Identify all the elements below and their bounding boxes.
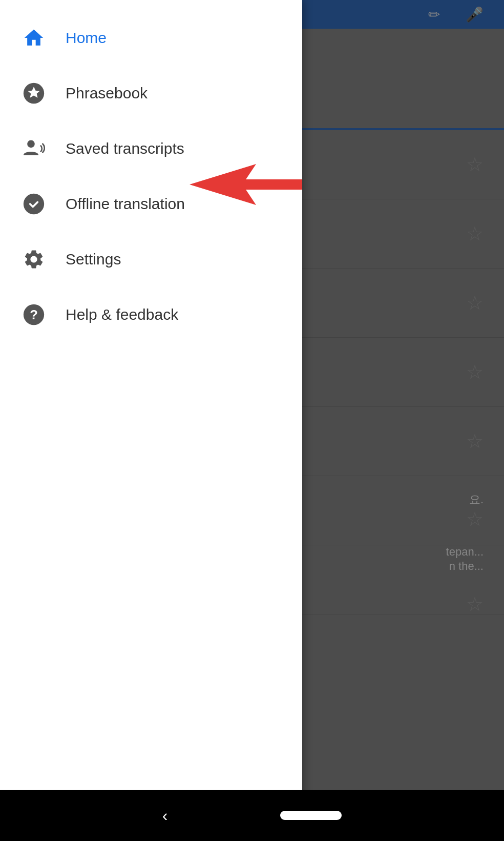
sidebar-item-saved-transcripts-label: Saved transcripts	[66, 140, 184, 157]
svg-point-3	[24, 194, 44, 214]
person-wave-icon	[20, 135, 47, 162]
sidebar-item-phrasebook[interactable]: Phrasebook	[0, 66, 302, 121]
red-arrow-annotation	[190, 164, 302, 205]
svg-marker-6	[190, 164, 302, 205]
sidebar-item-settings[interactable]: Settings	[0, 232, 302, 287]
sidebar-item-phrasebook-label: Phrasebook	[66, 85, 148, 102]
star-filled-icon	[20, 80, 47, 107]
sidebar-item-home-label: Home	[66, 29, 107, 47]
sidebar-item-help-feedback-label: Help & feedback	[66, 306, 178, 323]
svg-point-2	[27, 140, 35, 148]
sidebar-item-help-feedback[interactable]: ? Help & feedback	[0, 287, 302, 342]
question-circle-icon: ?	[20, 301, 47, 328]
check-circle-icon	[20, 191, 47, 217]
gear-icon	[20, 246, 47, 273]
back-button[interactable]: ‹	[162, 806, 168, 825]
sidebar-item-offline-translation-label: Offline translation	[66, 195, 185, 213]
sidebar-item-settings-label: Settings	[66, 251, 121, 268]
svg-text:?: ?	[30, 307, 38, 322]
sidebar-item-home[interactable]: Home	[0, 10, 302, 66]
home-pill-button[interactable]	[280, 811, 342, 820]
bottom-navigation-bar: ‹	[0, 790, 504, 841]
navigation-drawer: Home Phrasebook Saved transcripts	[0, 0, 302, 841]
home-icon	[20, 25, 47, 51]
